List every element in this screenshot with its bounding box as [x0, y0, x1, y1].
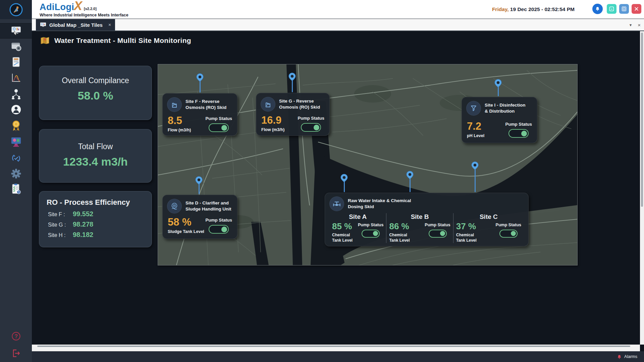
pump-status-toggle[interactable] — [429, 230, 447, 238]
pin-icon — [288, 72, 297, 81]
tile-title: Raw Water Intake & Chemical Dosing Skid — [348, 198, 427, 209]
notifications-button[interactable] — [592, 4, 603, 14]
toggle-knob — [221, 125, 227, 131]
vertical-scrollbar-thumb[interactable] — [641, 33, 643, 207]
kpi-title: Total Flow — [39, 142, 152, 151]
pump-status-toggle[interactable] — [508, 129, 529, 138]
tile-value: 58 % — [168, 217, 204, 227]
sidebar-item-settings[interactable] — [0, 166, 32, 181]
sidebar-item-window-settings[interactable] — [0, 39, 32, 54]
site-name: Site C — [456, 213, 521, 221]
tank-value: 86 % — [389, 222, 411, 231]
pump-status-toggle[interactable] — [301, 123, 321, 132]
pin-icon — [195, 176, 203, 185]
sidebar-item-dashboard[interactable] — [0, 23, 32, 39]
datetime-display: Friday, 19 Dec 2025 - 02:52:54 PM — [492, 6, 575, 12]
hierarchy-icon — [10, 87, 22, 100]
dashboard-monitor-icon — [10, 24, 22, 37]
site-tile-f: Site F - Reverse Osmosis (RO) Skid 8.5 F… — [162, 93, 237, 136]
map-pin-site-a[interactable] — [340, 174, 348, 192]
left-sidebar: ? — [0, 19, 32, 362]
kpi-title: Overall Compilance — [39, 76, 152, 85]
kpi-title: RO - Process Efficiency — [47, 198, 152, 207]
map-pin-site-d[interactable] — [195, 176, 203, 194]
main-content: Water Treatment - Mullti Site Monitoring… — [32, 31, 640, 345]
raw-site-column-b: Site B 86 % Chemical Tank Level Pump Sta… — [386, 213, 453, 243]
map-pin-site-b[interactable] — [406, 171, 414, 192]
pump-status-toggle[interactable] — [499, 230, 518, 238]
restore-button[interactable] — [619, 4, 629, 14]
treatment-plant-icon — [167, 97, 182, 112]
efficiency-row: Site G : 98.278 — [48, 221, 152, 228]
toggle-knob — [511, 231, 516, 236]
horizontal-scrollbar[interactable] — [32, 345, 640, 351]
site-tile-d: Site D - Clarifier and Sludge Handling U… — [162, 195, 237, 239]
close-icon — [634, 6, 639, 12]
tile-title: Site D - Clarifier and Sludge Handling U… — [185, 200, 233, 212]
distribution-chart-icon — [10, 71, 22, 84]
toggle-knob — [521, 131, 527, 136]
gear-icon — [9, 167, 23, 180]
toggle-knob — [221, 227, 227, 232]
map-pin-site-c[interactable] — [471, 161, 479, 192]
pump-status-toggle[interactable] — [209, 123, 229, 132]
treatment-plant-icon — [261, 97, 275, 112]
sidebar-item-logout[interactable] — [0, 346, 32, 361]
horizontal-scrollbar-thumb[interactable] — [37, 346, 630, 347]
tile-title: Site F - Reverse Osmosis (RO) Skid — [185, 99, 233, 110]
sidebar-item-trends[interactable] — [0, 70, 32, 85]
raw-site-column-c: Site C 37 % Chemical Tank Level Pump Sta… — [453, 213, 524, 243]
sidebar-item-sync[interactable] — [0, 150, 32, 166]
checklist-icon — [10, 182, 22, 195]
close-button[interactable] — [632, 4, 641, 14]
compass-logo-icon — [9, 2, 23, 17]
brand-version: [v2.2.0] — [84, 7, 97, 11]
map-pin-site-i[interactable] — [494, 79, 502, 96]
sidebar-item-user[interactable] — [0, 102, 32, 117]
tank-value: 85 % — [332, 222, 354, 231]
tab-close-icon[interactable]: × — [108, 22, 111, 27]
alarms-label[interactable]: Alarms — [624, 354, 637, 359]
pump-status-toggle[interactable] — [362, 230, 380, 238]
site-tile-g: Site G - Reverse Osmosis (RO) Skid 16.9 … — [256, 93, 330, 136]
site-name: Site B — [389, 213, 450, 221]
kpi-card-overall-compliance: Overall Compilance 58.0 % — [39, 66, 152, 120]
tank-metric: Chemical Tank Level — [389, 233, 411, 243]
site-label: Site F : — [48, 212, 68, 218]
tab-label: Global Map _Site Tiles — [49, 22, 103, 28]
sidebar-item-checklist[interactable] — [0, 181, 32, 196]
efficiency-row: Site H : 98.182 — [48, 231, 152, 239]
tab-global-map-site-tiles[interactable]: Global Map _Site Tiles × — [36, 19, 115, 31]
sidebar-item-awards[interactable] — [0, 118, 32, 133]
status-bar: Alarms — [32, 351, 644, 362]
map-panel[interactable]: Site F - Reverse Osmosis (RO) Skid 8.5 F… — [158, 64, 578, 265]
sidebar-item-hierarchy[interactable] — [0, 86, 32, 102]
help-icon: ? — [10, 330, 22, 342]
map-icon — [40, 37, 50, 45]
kpi-card-process-efficiency: RO - Process Efficiency Site F : 99.552 … — [39, 191, 152, 247]
sidebar-item-reports[interactable] — [0, 54, 32, 70]
pump-status-label: Pump Status — [206, 116, 232, 121]
vertical-scrollbar[interactable] — [640, 31, 644, 345]
media-monitor-icon — [9, 135, 23, 148]
sidebar-item-media[interactable] — [0, 134, 32, 149]
pump-status-label: Pump Status — [425, 223, 450, 227]
tile-title: Site G - Reverse Osmosis (RO) Skid — [279, 98, 325, 110]
sidebar-item-help[interactable]: ? — [0, 328, 32, 344]
tank-metric: Chemical Tank Level — [456, 233, 478, 243]
tab-list-caret-icon[interactable]: ▾ — [630, 22, 632, 27]
site-label: Site G : — [48, 222, 68, 228]
tile-metric: pH Level — [467, 133, 484, 138]
tab-strip-close-icon[interactable]: × — [638, 22, 641, 28]
raw-water-tile: Raw Water Intake & Chemical Dosing Skid … — [325, 193, 529, 246]
brand-x: X — [74, 1, 82, 11]
pin-icon — [406, 171, 414, 179]
tank-value: 37 % — [456, 222, 478, 231]
map-pin-site-g[interactable] — [288, 72, 297, 92]
minimize-button[interactable] — [607, 4, 616, 14]
page-title: Water Treatment - Mullti Site Monitoring — [54, 37, 191, 45]
pump-status-toggle[interactable] — [209, 225, 229, 234]
clarifier-icon — [167, 199, 182, 214]
tile-value: 8.5 — [168, 115, 191, 126]
map-pin-site-f[interactable] — [196, 73, 204, 93]
